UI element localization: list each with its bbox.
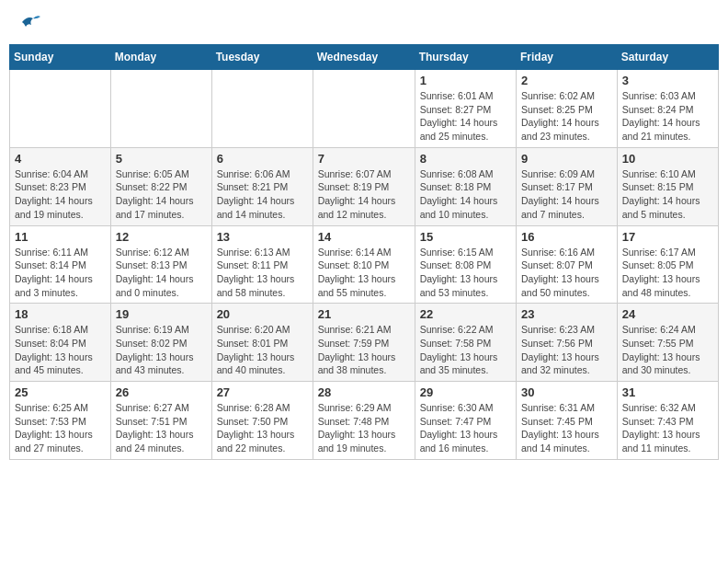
- calendar-cell: 30Sunrise: 6:31 AM Sunset: 7:45 PM Dayli…: [517, 382, 618, 460]
- day-number: 15: [420, 230, 511, 244]
- calendar-cell: 17Sunrise: 6:17 AM Sunset: 8:05 PM Dayli…: [617, 225, 718, 304]
- day-info: Sunrise: 6:12 AM Sunset: 8:13 PM Dayligh…: [116, 246, 207, 300]
- calendar-cell: 10Sunrise: 6:10 AM Sunset: 8:15 PM Dayli…: [617, 147, 718, 225]
- day-info: Sunrise: 6:19 AM Sunset: 8:02 PM Dayligh…: [116, 323, 207, 377]
- day-info: Sunrise: 6:06 AM Sunset: 8:21 PM Dayligh…: [217, 167, 308, 222]
- day-number: 19: [116, 307, 207, 321]
- calendar-cell: 4Sunrise: 6:04 AM Sunset: 8:23 PM Daylig…: [10, 147, 111, 225]
- day-info: Sunrise: 6:14 AM Sunset: 8:10 PM Dayligh…: [318, 246, 410, 300]
- day-info: Sunrise: 6:20 AM Sunset: 8:01 PM Dayligh…: [217, 323, 308, 377]
- day-info: Sunrise: 6:16 AM Sunset: 8:07 PM Dayligh…: [521, 246, 612, 300]
- calendar-cell: 21Sunrise: 6:21 AM Sunset: 7:59 PM Dayli…: [313, 304, 415, 382]
- day-number: 1: [420, 74, 511, 87]
- calendar-cell: 24Sunrise: 6:24 AM Sunset: 7:55 PM Dayli…: [617, 304, 718, 382]
- day-info: Sunrise: 6:32 AM Sunset: 7:43 PM Dayligh…: [622, 401, 713, 455]
- day-number: 9: [521, 152, 612, 166]
- day-number: 26: [116, 385, 207, 399]
- day-info: Sunrise: 6:11 AM Sunset: 8:14 PM Dayligh…: [15, 246, 106, 300]
- day-info: Sunrise: 6:13 AM Sunset: 8:11 PM Dayligh…: [217, 246, 308, 300]
- calendar-cell: 26Sunrise: 6:27 AM Sunset: 7:51 PM Dayli…: [110, 382, 211, 460]
- calendar-cell: [211, 70, 313, 148]
- day-number: 6: [217, 152, 308, 166]
- day-number: 30: [521, 385, 612, 399]
- day-of-week-header: Friday: [517, 45, 618, 70]
- day-number: 24: [622, 307, 713, 321]
- day-number: 31: [622, 385, 713, 399]
- day-number: 11: [15, 230, 106, 244]
- day-number: 16: [521, 230, 612, 244]
- day-info: Sunrise: 6:23 AM Sunset: 7:56 PM Dayligh…: [521, 323, 612, 377]
- day-info: Sunrise: 6:05 AM Sunset: 8:22 PM Dayligh…: [116, 167, 207, 222]
- day-of-week-header: Tuesday: [211, 45, 313, 70]
- calendar-cell: 8Sunrise: 6:08 AM Sunset: 8:18 PM Daylig…: [415, 147, 516, 225]
- day-info: Sunrise: 6:07 AM Sunset: 8:19 PM Dayligh…: [318, 167, 410, 222]
- calendar-cell: 13Sunrise: 6:13 AM Sunset: 8:11 PM Dayli…: [211, 225, 313, 304]
- day-info: Sunrise: 6:30 AM Sunset: 7:47 PM Dayligh…: [420, 401, 511, 455]
- day-number: 14: [318, 230, 410, 244]
- day-info: Sunrise: 6:22 AM Sunset: 7:58 PM Dayligh…: [420, 323, 511, 377]
- day-info: Sunrise: 6:24 AM Sunset: 7:55 PM Dayligh…: [622, 323, 713, 377]
- calendar-cell: 25Sunrise: 6:25 AM Sunset: 7:53 PM Dayli…: [10, 382, 111, 460]
- day-info: Sunrise: 6:27 AM Sunset: 7:51 PM Dayligh…: [116, 401, 207, 455]
- calendar-cell: 2Sunrise: 6:02 AM Sunset: 8:25 PM Daylig…: [517, 70, 618, 148]
- day-info: Sunrise: 6:15 AM Sunset: 8:08 PM Dayligh…: [420, 246, 511, 300]
- calendar-cell: 11Sunrise: 6:11 AM Sunset: 8:14 PM Dayli…: [10, 225, 111, 304]
- day-info: Sunrise: 6:29 AM Sunset: 7:48 PM Dayligh…: [318, 401, 410, 455]
- day-info: Sunrise: 6:18 AM Sunset: 8:04 PM Dayligh…: [15, 323, 106, 377]
- day-number: 25: [15, 385, 106, 399]
- calendar-cell: 3Sunrise: 6:03 AM Sunset: 8:24 PM Daylig…: [617, 70, 718, 148]
- calendar-week-row: 18Sunrise: 6:18 AM Sunset: 8:04 PM Dayli…: [10, 304, 719, 382]
- calendar-cell: 18Sunrise: 6:18 AM Sunset: 8:04 PM Dayli…: [10, 304, 111, 382]
- calendar-week-row: 1Sunrise: 6:01 AM Sunset: 8:27 PM Daylig…: [10, 70, 719, 148]
- day-number: 23: [521, 307, 612, 321]
- page-header: [9, 9, 719, 35]
- day-number: 21: [318, 307, 410, 321]
- calendar-cell: 19Sunrise: 6:19 AM Sunset: 8:02 PM Dayli…: [110, 304, 211, 382]
- calendar-cell: 27Sunrise: 6:28 AM Sunset: 7:50 PM Dayli…: [211, 382, 313, 460]
- calendar-week-row: 25Sunrise: 6:25 AM Sunset: 7:53 PM Dayli…: [10, 382, 719, 460]
- day-info: Sunrise: 6:28 AM Sunset: 7:50 PM Dayligh…: [217, 401, 308, 455]
- day-number: 4: [15, 152, 106, 166]
- day-of-week-header: Wednesday: [313, 45, 415, 70]
- day-number: 29: [420, 385, 511, 399]
- calendar-cell: 28Sunrise: 6:29 AM Sunset: 7:48 PM Dayli…: [313, 382, 415, 460]
- calendar-cell: 16Sunrise: 6:16 AM Sunset: 8:07 PM Dayli…: [517, 225, 618, 304]
- day-number: 10: [622, 152, 713, 166]
- calendar-week-row: 4Sunrise: 6:04 AM Sunset: 8:23 PM Daylig…: [10, 147, 719, 225]
- day-info: Sunrise: 6:31 AM Sunset: 7:45 PM Dayligh…: [521, 401, 612, 455]
- day-number: 8: [420, 152, 511, 166]
- calendar-cell: [313, 70, 415, 148]
- calendar-cell: [110, 70, 211, 148]
- day-info: Sunrise: 6:17 AM Sunset: 8:05 PM Dayligh…: [622, 246, 713, 300]
- day-number: 3: [622, 74, 713, 87]
- calendar-cell: 12Sunrise: 6:12 AM Sunset: 8:13 PM Dayli…: [110, 225, 211, 304]
- calendar-cell: 29Sunrise: 6:30 AM Sunset: 7:47 PM Dayli…: [415, 382, 516, 460]
- logo-text: [18, 14, 40, 30]
- calendar-cell: 1Sunrise: 6:01 AM Sunset: 8:27 PM Daylig…: [415, 70, 516, 148]
- logo-bird-icon: [20, 14, 40, 30]
- day-number: 7: [318, 152, 410, 166]
- calendar-cell: [10, 70, 111, 148]
- day-of-week-header: Thursday: [415, 45, 516, 70]
- day-number: 20: [217, 307, 308, 321]
- calendar-cell: 14Sunrise: 6:14 AM Sunset: 8:10 PM Dayli…: [313, 225, 415, 304]
- calendar-cell: 5Sunrise: 6:05 AM Sunset: 8:22 PM Daylig…: [110, 147, 211, 225]
- day-info: Sunrise: 6:02 AM Sunset: 8:25 PM Dayligh…: [521, 89, 612, 144]
- day-of-week-header: Saturday: [617, 45, 718, 70]
- calendar-cell: 15Sunrise: 6:15 AM Sunset: 8:08 PM Dayli…: [415, 225, 516, 304]
- day-info: Sunrise: 6:09 AM Sunset: 8:17 PM Dayligh…: [521, 167, 612, 222]
- day-number: 5: [116, 152, 207, 166]
- day-info: Sunrise: 6:04 AM Sunset: 8:23 PM Dayligh…: [15, 167, 106, 222]
- day-of-week-header: Sunday: [10, 45, 111, 70]
- day-info: Sunrise: 6:10 AM Sunset: 8:15 PM Dayligh…: [622, 167, 713, 222]
- day-info: Sunrise: 6:21 AM Sunset: 7:59 PM Dayligh…: [318, 323, 410, 377]
- day-number: 17: [622, 230, 713, 244]
- calendar-cell: 23Sunrise: 6:23 AM Sunset: 7:56 PM Dayli…: [517, 304, 618, 382]
- day-info: Sunrise: 6:25 AM Sunset: 7:53 PM Dayligh…: [15, 401, 106, 455]
- day-info: Sunrise: 6:08 AM Sunset: 8:18 PM Dayligh…: [420, 167, 511, 222]
- day-number: 2: [521, 74, 612, 87]
- calendar-week-row: 11Sunrise: 6:11 AM Sunset: 8:14 PM Dayli…: [10, 225, 719, 304]
- calendar-cell: 7Sunrise: 6:07 AM Sunset: 8:19 PM Daylig…: [313, 147, 415, 225]
- day-of-week-header: Monday: [110, 45, 211, 70]
- calendar-table: SundayMondayTuesdayWednesdayThursdayFrid…: [9, 44, 719, 460]
